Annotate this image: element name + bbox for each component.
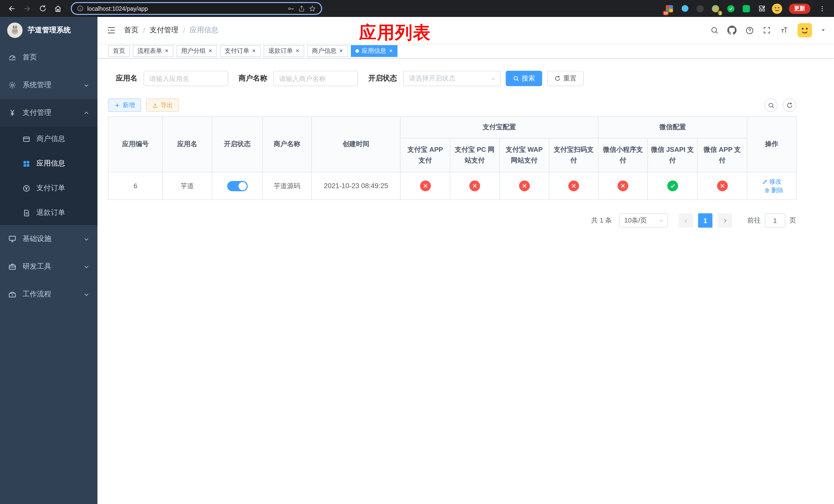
extension-drop-icon[interactable] [680, 3, 690, 14]
sidebar-item-home[interactable]: 首页 [0, 44, 97, 71]
fullscreen-icon[interactable] [763, 26, 771, 35]
toolbox-icon [8, 262, 16, 271]
refresh-table-button[interactable] [783, 98, 796, 112]
export-button[interactable]: 导出 [146, 98, 179, 112]
extension-check-icon[interactable] [726, 3, 736, 14]
top-navbar: 首页 / 支付管理 / 应用信息 [97, 17, 834, 44]
app-name-input[interactable] [144, 71, 228, 86]
forward-icon[interactable] [21, 2, 34, 15]
tags-view: 首页 流程表单 用户分组 支付订单 退款订单 [97, 44, 834, 59]
extensions-puzzle-icon[interactable] [756, 3, 767, 14]
tag-home[interactable]: 首页 [108, 45, 130, 56]
help-icon[interactable] [745, 26, 754, 35]
cell-app-name: 芋道 [162, 172, 212, 200]
reset-button[interactable]: 重置 [547, 71, 584, 86]
kebab-menu-icon[interactable] [815, 2, 829, 15]
prev-page-button[interactable] [679, 213, 693, 228]
search-button[interactable]: 搜索 [506, 71, 542, 86]
sidebar-item-pay-order[interactable]: 支付订单 [0, 176, 97, 201]
app-title: 芋道管理系统 [28, 26, 71, 35]
home-icon[interactable] [51, 2, 65, 15]
extension-wechat-icon[interactable] [741, 3, 751, 14]
reload-icon[interactable] [36, 2, 49, 15]
tag-merchant-info[interactable]: 商户信息 [307, 45, 348, 56]
channel-status-icon [717, 181, 728, 191]
col-alipay-pc: 支付宝 PC 网站支付 [450, 138, 499, 172]
profile-avatar[interactable] [772, 3, 782, 14]
app-table: 应用编号 应用名 开启状态 商户名称 创建时间 支付宝配置 微信配置 操作 支付… [108, 116, 796, 200]
close-icon[interactable] [208, 49, 212, 53]
header-search-icon[interactable] [710, 26, 719, 35]
site-info-icon[interactable] [77, 5, 84, 12]
col-wechat-jsapi: 微信 JSAPI 支付 [648, 138, 697, 172]
breadcrumb-payment[interactable]: 支付管理 [150, 26, 178, 35]
sidebar-item-system[interactable]: 系统管理 [0, 71, 97, 99]
tag-app-info[interactable]: 应用信息 [351, 45, 397, 56]
reset-button-label: 重置 [563, 74, 576, 83]
sidebar-item-label: 退款订单 [37, 208, 65, 217]
sidebar: 芋道管理系统 首页 系统管理 [0, 17, 97, 504]
close-icon[interactable] [389, 49, 393, 53]
channel-status-icon [618, 181, 628, 191]
edit-link[interactable]: 修改 [762, 177, 782, 186]
sidebar-item-app-info[interactable]: 应用信息 [0, 151, 97, 176]
close-icon[interactable] [252, 49, 256, 53]
sidebar-item-infrastructure[interactable]: 基础设施 [0, 225, 97, 253]
url-text[interactable]: localhost:1024/pay/app [87, 5, 284, 12]
merchant-name-input[interactable] [273, 71, 358, 86]
sidebar-item-label: 首页 [23, 53, 37, 62]
tag-pay-order[interactable]: 支付订单 [220, 45, 261, 56]
url-bar[interactable]: localhost:1024/pay/app [71, 2, 322, 15]
col-status: 开启状态 [212, 117, 262, 172]
sidebar-item-dev-tools[interactable]: 研发工具 [0, 253, 97, 280]
font-size-icon[interactable] [780, 26, 789, 35]
show-search-button[interactable] [764, 98, 777, 112]
close-icon[interactable] [339, 49, 343, 53]
next-page-button[interactable] [718, 213, 732, 228]
chevron-down-icon [84, 292, 89, 297]
add-button[interactable]: 新增 [108, 98, 141, 112]
chrome-update-button[interactable]: 更新 [789, 3, 810, 14]
col-alipay-app: 支付宝 APP 支付 [400, 138, 450, 172]
sidebar-item-refund-order[interactable]: 退款订单 [0, 201, 97, 225]
password-key-icon[interactable] [287, 5, 294, 12]
search-button-label: 搜索 [522, 74, 535, 83]
caret-down-icon[interactable] [821, 28, 826, 33]
user-avatar[interactable] [797, 23, 812, 38]
chevron-down-icon [490, 76, 496, 81]
status-select-placeholder: 请选择开启状态 [409, 74, 456, 83]
status-toggle[interactable] [227, 181, 247, 191]
channel-status-icon [667, 181, 678, 191]
github-icon[interactable] [727, 26, 737, 35]
bookmark-star-icon[interactable] [309, 5, 316, 12]
share-icon[interactable] [298, 5, 305, 12]
extension-grid-icon[interactable]: 10 [664, 3, 675, 14]
yen-icon [8, 109, 16, 117]
col-merchant: 商户名称 [262, 117, 312, 172]
sidebar-item-label: 支付管理 [23, 108, 51, 117]
delete-link[interactable]: 删除 [764, 186, 784, 194]
active-dot [355, 49, 359, 52]
sidebar-item-merchant-info[interactable]: 商户信息 [0, 127, 97, 151]
tag-refund-order[interactable]: 退款订单 [264, 45, 304, 56]
back-icon[interactable] [5, 2, 19, 15]
sidebar-collapse-icon[interactable] [107, 26, 116, 35]
breadcrumb-home[interactable]: 首页 [124, 26, 138, 35]
sidebar-item-payment[interactable]: 支付管理 [0, 99, 97, 127]
sidebar-item-workflow[interactable]: 工作流程 [0, 280, 97, 308]
channel-status-icon [420, 181, 431, 191]
col-app-id: 应用编号 [109, 117, 162, 172]
tag-process-form[interactable]: 流程表单 [133, 45, 173, 56]
extension-dark-icon[interactable] [695, 3, 705, 14]
extension-avatar-icon[interactable]: 1 [710, 3, 721, 14]
col-app-name: 应用名 [162, 117, 212, 172]
status-select[interactable]: 请选择开启状态 [403, 71, 501, 86]
cell-wechat-mini [598, 172, 648, 200]
logo[interactable]: 芋道管理系统 [0, 17, 97, 44]
page-number-1[interactable]: 1 [698, 213, 712, 228]
close-icon[interactable] [164, 49, 169, 53]
tag-user-group[interactable]: 用户分组 [176, 45, 217, 56]
close-icon[interactable] [295, 49, 300, 53]
goto-page-input[interactable] [765, 213, 785, 228]
page-size-select[interactable]: 10条/页 [619, 213, 668, 228]
